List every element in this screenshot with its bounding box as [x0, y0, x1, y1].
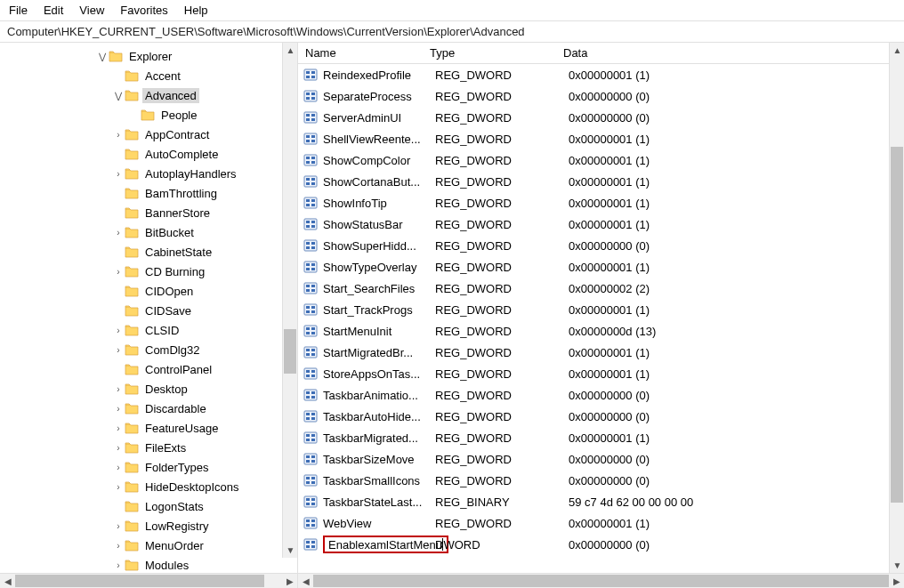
value-row[interactable]: StartMigratedBr...REG_DWORD0x00000001 (1… — [298, 342, 889, 363]
tree-item[interactable]: ›FolderTypes — [0, 457, 297, 477]
tree-item[interactable]: ControlPanel — [0, 359, 297, 379]
address-bar[interactable]: Computer\HKEY_CURRENT_USER\Software\Micr… — [0, 21, 904, 43]
tree-item-label: Discardable — [142, 401, 209, 416]
chevron-right-icon[interactable]: › — [112, 228, 125, 238]
tree-item[interactable]: BamThrottling — [0, 183, 297, 203]
tree-item[interactable]: ›FeatureUsage — [0, 418, 297, 438]
scroll-left-icon[interactable]: ◀ — [0, 574, 15, 589]
chevron-right-icon[interactable]: › — [112, 560, 125, 570]
scroll-right-icon[interactable]: ▶ — [282, 574, 297, 589]
tree-item[interactable]: CIDOpen — [0, 281, 297, 301]
chevron-right-icon[interactable]: › — [112, 130, 125, 140]
scroll-up-icon[interactable]: ▲ — [890, 43, 904, 58]
tree-item[interactable]: ›MenuOrder — [0, 536, 297, 555]
value-row[interactable]: TaskbarSizeMoveREG_DWORD0x00000000 (0) — [298, 448, 889, 470]
value-row[interactable]: TaskbarStateLast...REG_BINARY59 c7 4d 62… — [298, 491, 889, 512]
list-hscroll[interactable]: ◀ ▶ — [298, 573, 904, 588]
value-row[interactable]: StoreAppsOnTas...REG_DWORD0x00000001 (1) — [298, 363, 889, 384]
tree-item[interactable]: ›AppContract — [0, 125, 297, 144]
value-row[interactable]: ShowSuperHidd...REG_DWORD0x00000000 (0) — [298, 235, 889, 256]
tree-item[interactable]: People — [0, 105, 297, 125]
value-list[interactable]: ReindexedProfileREG_DWORD0x00000001 (1)S… — [298, 64, 889, 573]
menu-file[interactable]: File — [9, 4, 28, 17]
chevron-down-icon[interactable]: ⋁ — [112, 91, 125, 101]
value-row[interactable]: TaskbarSmallIconsREG_DWORD0x00000000 (0) — [298, 470, 889, 491]
tree-item[interactable]: ›CD Burning — [0, 262, 297, 281]
menu-view[interactable]: View — [79, 4, 104, 17]
tree-item[interactable]: ›Modules — [0, 555, 297, 573]
tree-item[interactable]: CIDSave — [0, 301, 297, 320]
col-name[interactable]: Name — [298, 46, 430, 60]
value-row[interactable]: ShowStatusBarREG_DWORD0x00000001 (1) — [298, 213, 889, 235]
chevron-right-icon[interactable]: › — [112, 326, 125, 335]
tree-item[interactable]: ›FileExts — [0, 438, 297, 457]
scroll-down-icon[interactable]: ▼ — [283, 543, 297, 558]
value-row[interactable]: ShowCortanaBut...REG_DWORD0x00000001 (1) — [298, 171, 889, 192]
value-row[interactable]: ReindexedProfileREG_DWORD0x00000001 (1) — [298, 64, 889, 85]
scroll-right-icon[interactable]: ▶ — [889, 574, 904, 589]
tree-item[interactable]: ⋁Advanced — [0, 85, 297, 105]
col-type[interactable]: Type — [430, 46, 563, 60]
value-row[interactable]: ShowTypeOverlayREG_DWORD0x00000001 (1) — [298, 256, 889, 278]
tree-item[interactable]: ›BitBucket — [0, 222, 297, 242]
value-row[interactable]: Start_TrackProgsREG_DWORD0x00000001 (1) — [298, 299, 889, 320]
scroll-left-icon[interactable]: ◀ — [298, 574, 313, 589]
column-headers[interactable]: Name Type Data — [298, 43, 889, 64]
menu-help[interactable]: Help — [184, 4, 208, 17]
tree-vscroll[interactable]: ▲ ▼ — [282, 43, 297, 558]
value-row[interactable]: ShowInfoTipREG_DWORD0x00000001 (1) — [298, 192, 889, 213]
value-row[interactable]: StartMenuInitREG_DWORD0x0000000d (13) — [298, 320, 889, 342]
value-row[interactable]: WebViewREG_DWORD0x00000001 (1) — [298, 512, 889, 534]
chevron-right-icon[interactable]: › — [112, 443, 125, 453]
tree-item[interactable]: ⋁Explorer — [0, 46, 297, 66]
chevron-right-icon[interactable]: › — [112, 267, 125, 277]
value-row[interactable]: ServerAdminUIREG_DWORD0x00000000 (0) — [298, 107, 889, 128]
tree-item[interactable]: ›HideDesktopIcons — [0, 477, 297, 496]
tree-item[interactable]: ›CLSID — [0, 320, 297, 340]
value-name-edit[interactable]: EnablexamlStartMenu — [323, 536, 448, 553]
scroll-up-icon[interactable]: ▲ — [283, 43, 297, 58]
col-data[interactable]: Data — [563, 46, 889, 60]
tree-item[interactable]: ›Desktop — [0, 379, 297, 399]
list-vscroll[interactable]: ▲ ▼ — [889, 43, 904, 573]
scroll-thumb[interactable] — [313, 575, 889, 587]
tree-item[interactable]: AutoComplete — [0, 144, 297, 164]
tree-item[interactable]: Accent — [0, 66, 297, 85]
chevron-right-icon[interactable]: › — [112, 482, 125, 492]
value-row[interactable]: TaskbarAnimatio...REG_DWORD0x00000000 (0… — [298, 384, 889, 406]
value-row[interactable]: SeparateProcessREG_DWORD0x00000000 (0) — [298, 85, 889, 107]
chevron-right-icon[interactable]: › — [112, 423, 125, 433]
value-row[interactable]: Start_SearchFilesREG_DWORD0x00000002 (2) — [298, 278, 889, 299]
chevron-right-icon[interactable]: › — [112, 541, 125, 551]
chevron-right-icon[interactable]: › — [112, 521, 125, 531]
menu-favorites[interactable]: Favorites — [120, 4, 167, 17]
chevron-right-icon[interactable]: › — [112, 345, 125, 355]
tree-item[interactable]: ›Discardable — [0, 399, 297, 418]
tree-item[interactable]: LogonStats — [0, 496, 297, 516]
tree-item[interactable]: ›LowRegistry — [0, 516, 297, 536]
value-row[interactable]: TaskbarAutoHide...REG_DWORD0x00000000 (0… — [298, 406, 889, 427]
scroll-thumb[interactable] — [15, 575, 264, 587]
tree-item[interactable]: ›ComDlg32 — [0, 340, 297, 359]
tree-item[interactable]: ›AutoplayHandlers — [0, 164, 297, 183]
value-row[interactable]: ShowCompColorREG_DWORD0x00000001 (1) — [298, 149, 889, 171]
tree-hscroll[interactable]: ◀ ▶ — [0, 573, 297, 588]
chevron-right-icon[interactable]: › — [112, 463, 125, 472]
tree-item[interactable]: BannerStore — [0, 203, 297, 222]
chevron-down-icon[interactable]: ⋁ — [96, 52, 109, 61]
value-row[interactable]: TaskbarMigrated...REG_DWORD0x00000001 (1… — [298, 427, 889, 448]
scroll-thumb[interactable] — [284, 329, 296, 374]
svg-rect-73 — [306, 375, 310, 377]
folder-icon — [125, 402, 139, 415]
value-row[interactable]: ShellViewReente...REG_DWORD0x00000001 (1… — [298, 128, 889, 149]
scroll-thumb[interactable] — [891, 147, 903, 503]
scroll-down-icon[interactable]: ▼ — [890, 558, 904, 573]
tree-item[interactable]: CabinetState — [0, 242, 297, 262]
chevron-right-icon[interactable]: › — [112, 404, 125, 414]
chevron-right-icon[interactable]: › — [112, 384, 125, 394]
value-row[interactable]: EnablexamlStartMenuDWORD0x00000000 (0) — [298, 534, 889, 555]
registry-tree[interactable]: ⋁ExplorerAccent⋁AdvancedPeople›AppContra… — [0, 43, 297, 573]
chevron-right-icon[interactable]: › — [112, 169, 125, 179]
menu-edit[interactable]: Edit — [44, 4, 63, 17]
svg-rect-103 — [306, 503, 310, 505]
